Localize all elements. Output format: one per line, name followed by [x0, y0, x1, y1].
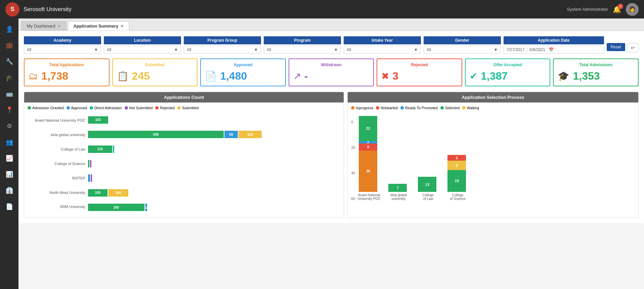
card-submitted[interactable]: Submitted 📋 245 — [112, 58, 198, 86]
vert-bar-label: College of Law — [416, 193, 440, 201]
card-title: Approved — [205, 63, 281, 67]
filter-date: Application Date 7/27/2017 | 6/6/2021 📅 — [504, 36, 604, 54]
card-icon: ↗ — [293, 71, 301, 82]
card-body: ✖ 3 — [381, 70, 458, 82]
tab-close-summary[interactable]: ✕ — [120, 24, 124, 29]
reset-button[interactable]: Reset — [607, 43, 625, 51]
chevron-down-icon: ▼ — [94, 47, 98, 52]
chevron-down-icon: ▼ — [494, 47, 498, 52]
card-value: 1,738 — [41, 70, 68, 82]
tab-application-summary[interactable]: Application Summary ✕ — [68, 21, 130, 31]
bar-segment: 100 — [88, 189, 108, 197]
notifications-bell[interactable]: 🔔 2 — [613, 5, 621, 13]
main-content: Academy All ▼ Location All ▼ Program Gro… — [18, 31, 644, 223]
card-body: 📋 245 — [117, 70, 193, 82]
sidebar-item-chart[interactable]: 📈 — [2, 151, 17, 166]
vert-bar-segment: 22 — [359, 116, 377, 141]
card-body: ✔ 1,387 — [470, 70, 546, 82]
app-title: Serosoft University — [24, 6, 567, 13]
vert-bar-stack: 13 — [418, 177, 438, 192]
sidebar-item-graduation[interactable]: 🎓 — [2, 70, 17, 85]
legend-item: Rejected — [155, 106, 174, 110]
card-rejected[interactable]: Rejected ✖ 3 — [377, 58, 462, 86]
vert-bar-stack: 366222 — [359, 116, 379, 192]
filter-program-select[interactable]: All ▼ — [264, 46, 341, 54]
back-button[interactable]: ↩ — [627, 43, 639, 52]
bar-chart-legend: Admission GrantedApprovedDirect Admissio… — [28, 106, 340, 110]
card-total[interactable]: Total Applications 🗂 1,738 — [24, 58, 110, 86]
bar-chart-panel: Applications Count Admission GrantedAppr… — [24, 92, 344, 218]
card-value: 1,353 — [573, 70, 600, 82]
vert-bar-segment: 8 — [447, 161, 466, 170]
vert-bar-segment: 36 — [359, 151, 377, 192]
card-icon: ✖ — [381, 71, 389, 82]
bar-segment — [88, 174, 90, 182]
vert-chart-legend: InprogressNotstartedReady To PromotedSel… — [351, 106, 635, 110]
sidebar-item-briefcase[interactable]: 💼 — [2, 38, 17, 53]
calendar-icon[interactable]: 📅 — [549, 47, 554, 52]
sidebar-item-users[interactable]: 👥 — [2, 135, 17, 150]
tab-my-dashboard[interactable]: My Dashboard ✕ — [21, 21, 67, 31]
legend-item: Ready To Promoted — [400, 106, 438, 110]
card-admissions[interactable]: Total Admissions 🎓 1,353 — [553, 58, 639, 86]
bar-row: 29012 — [88, 204, 340, 211]
chevron-down-icon: ▼ — [174, 47, 178, 52]
sidebar-item-settings[interactable]: ⚙ — [2, 119, 17, 133]
bar-row — [88, 174, 340, 182]
bars-area: 1036996912012410010429012 — [88, 113, 340, 214]
bar-row: 103 — [88, 116, 340, 124]
app-logo: S — [5, 2, 19, 16]
bar-segment: 12 — [145, 204, 147, 211]
card-title: Submitted — [117, 63, 193, 67]
admin-label: System Administrator — [567, 7, 608, 12]
card-title: Total Admissions — [558, 63, 634, 67]
filter-date-label: Application Date — [504, 36, 604, 44]
legend-item: Inprogress — [351, 106, 373, 110]
date-from: 7/27/2017 — [507, 47, 524, 52]
card-value: 1,387 — [481, 70, 508, 82]
bar-segment: 120 — [239, 131, 262, 138]
bar-segment — [90, 160, 91, 167]
filter-gender-select[interactable]: All ▼ — [424, 46, 501, 54]
card-icon: ✔ — [470, 71, 477, 82]
filter-program: Program All ▼ — [264, 36, 341, 54]
sidebar-item-report[interactable]: 📄 — [2, 199, 17, 214]
sidebar-item-tools[interactable]: 🔧 — [2, 54, 17, 69]
avatar[interactable]: 👩 — [626, 3, 639, 16]
sidebar-item-bus[interactable]: 🚌 — [2, 86, 17, 101]
filter-intake-year-select[interactable]: All ▼ — [344, 46, 421, 54]
chevron-down-icon: ▼ — [414, 47, 418, 52]
card-icon: 📄 — [205, 71, 217, 82]
bar-chart-container: Anant National University POCbirla globa… — [28, 113, 340, 214]
sidebar-item-barchart[interactable]: 📊 — [2, 167, 17, 182]
vert-bar-stack: 1985 — [447, 155, 468, 192]
sidebar-item-person[interactable]: 👤 — [2, 22, 17, 37]
sidebar-item-location[interactable]: 📍 — [2, 102, 17, 117]
tab-close-dashboard[interactable]: ✕ — [57, 24, 61, 29]
notification-count: 2 — [618, 4, 623, 9]
vert-bar-group: 13College of Law — [416, 177, 440, 201]
card-offer[interactable]: Offer Accepted ✔ 1,387 — [465, 58, 551, 86]
bar-chart-body: Admission GrantedApprovedDirect Admissio… — [24, 102, 344, 217]
card-withdrawn[interactable]: Withdrawn ↗ - — [289, 58, 374, 86]
filter-gender-label: Gender — [424, 36, 501, 44]
vert-chart-title: Application Selection Process — [348, 92, 638, 102]
bar-label: Anant National University POC — [28, 118, 85, 122]
bar-segment: 104 — [108, 189, 128, 197]
sidebar-item-hr[interactable]: 👔 — [2, 183, 17, 198]
summary-cards: Total Applications 🗂 1,738 Submitted 📋 2… — [24, 58, 639, 86]
date-range-input[interactable]: 7/27/2017 | 6/6/2021 📅 — [504, 46, 604, 54]
card-approved[interactable]: Approved 📄 1,480 — [200, 58, 286, 86]
filter-program-group-select[interactable]: All ▼ — [184, 46, 261, 54]
y-label: 20 — [351, 146, 355, 150]
vert-bar-segment: 5 — [447, 155, 466, 161]
filter-location-select[interactable]: All ▼ — [104, 46, 181, 54]
card-title: Offer Accepted — [470, 63, 546, 67]
filter-program-group-label: Program Group — [184, 36, 261, 44]
filter-academy-select[interactable]: All ▼ — [24, 46, 101, 54]
navbar: S Serosoft University System Administrat… — [0, 0, 644, 18]
bar-row: 100104 — [88, 189, 340, 197]
legend-item: Notstarted — [376, 106, 398, 110]
card-body: 🎓 1,353 — [558, 70, 634, 82]
card-icon: 🎓 — [558, 71, 569, 82]
